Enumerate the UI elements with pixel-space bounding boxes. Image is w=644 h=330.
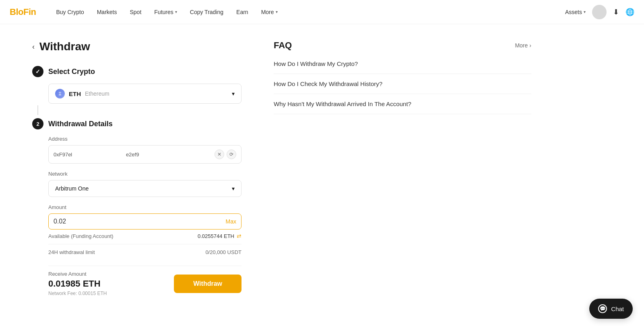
navbar-right: Assets ▾ ⬇ 🌐 [565,5,634,19]
divider [48,244,242,244]
crypto-dropdown-chevron-icon: ▾ [232,90,235,97]
receive-divider [48,266,242,266]
step2-section: 2 Withdrawal Details Address ✕ ⟳ Network [32,118,242,296]
swap-icon: ⇄ [237,233,242,239]
faq-item-2[interactable]: How Do I Check My Withdrawal History? [274,74,531,94]
page-title: Withdraw [39,40,90,53]
more-chevron-icon: ▾ [276,10,278,14]
assets-button[interactable]: Assets ▾ [565,9,586,15]
address-input[interactable] [54,152,211,158]
assets-chevron-icon: ▾ [584,10,586,14]
network-chevron-icon: ▾ [232,185,235,192]
chat-label: Chat [611,305,624,312]
crypto-select-dropdown[interactable]: Ξ ETH Ethereum ▾ [48,84,242,104]
nav-spot[interactable]: Spot [124,6,147,18]
left-panel: ‹ Withdraw ✓ Select Crypto Ξ ETH Ethereu… [32,40,242,296]
back-button[interactable]: ‹ [32,43,35,51]
page-header: ‹ Withdraw [32,40,242,53]
nav-futures[interactable]: Futures ▾ [149,6,182,18]
amount-input[interactable] [54,218,134,225]
receive-and-btn: Receive Amount 0.01985 ETH Network Fee: … [48,271,242,296]
network-value: Arbitrum One [55,185,89,192]
address-label: Address [48,136,242,142]
nav-markets[interactable]: Markets [91,6,123,18]
navbar: BloFin Buy Crypto Markets Spot Futures ▾… [0,0,644,24]
receive-amount: 0.01985 ETH [48,279,107,289]
address-input-wrapper: ✕ ⟳ [48,145,242,164]
step2-badge: 2 [32,118,43,129]
network-label: Network [48,171,242,177]
faq-header: FAQ More › [274,40,531,51]
step2-title: Withdrawal Details [48,120,113,128]
step1-title: Select Crypto [48,68,95,76]
right-panel: FAQ More › How Do I Withdraw My Crypto? … [274,40,531,296]
download-icon[interactable]: ⬇ [613,8,619,16]
nav-copy-trading[interactable]: Copy Trading [184,6,229,18]
chat-button[interactable]: 💬 Chat [589,299,633,312]
brand-logo[interactable]: BloFin [10,7,36,17]
clear-address-button[interactable]: ✕ [215,150,224,159]
amount-label: Amount [48,204,242,210]
futures-chevron-icon: ▾ [175,10,177,14]
network-fee: Network Fee: 0.00015 ETH [48,291,107,296]
step1-badge: ✓ [32,66,43,77]
faq-list: How Do I Withdraw My Crypto? How Do I Ch… [274,60,531,114]
eth-icon: Ξ [55,89,65,98]
max-button[interactable]: Max [226,218,236,225]
step2-header: 2 Withdrawal Details [32,118,242,129]
main-layout: ‹ Withdraw ✓ Select Crypto Ξ ETH Ethereu… [0,24,564,312]
nav-menu: Buy Crypto Markets Spot Futures ▾ Copy T… [50,6,565,18]
available-value: 0.0255744 ETH ⇄ [198,233,242,239]
crypto-symbol: ETH [69,90,81,97]
available-label: Available (Funding Account) [48,233,114,239]
faq-title: FAQ [274,40,292,51]
limit-row: 24H withdrawal limit 0/20,000 USDT [48,246,242,258]
crypto-name: Ethereum [85,90,109,97]
crypto-info: Ξ ETH Ethereum [55,89,109,98]
chat-icon: 💬 [598,304,607,312]
limit-value: 0/20,000 USDT [205,249,242,255]
history-icon[interactable]: ⟳ [227,150,236,159]
nav-earn[interactable]: Earn [231,6,254,18]
nav-more[interactable]: More ▾ [256,6,283,18]
faq-more-chevron-icon: › [529,42,531,49]
available-balance-row: Available (Funding Account) 0.0255744 ET… [48,230,242,242]
amount-group: Amount Max Available (Funding Account) 0… [48,204,242,258]
faq-more-button[interactable]: More › [515,42,531,49]
globe-icon[interactable]: 🌐 [625,8,634,16]
address-actions: ✕ ⟳ [215,150,236,159]
amount-input-wrapper: Max [48,213,242,230]
avatar[interactable] [592,5,607,19]
step1-header: ✓ Select Crypto [32,66,242,77]
address-group: Address ✕ ⟳ [48,136,242,164]
logo-prefix: Blo [10,7,23,17]
limit-label: 24H withdrawal limit [48,249,95,255]
faq-item-3[interactable]: Why Hasn't My Withdrawal Arrived In The … [274,94,531,114]
network-dropdown[interactable]: Arbitrum One ▾ [48,180,242,197]
step-connector [37,105,38,115]
nav-buy-crypto[interactable]: Buy Crypto [50,6,89,18]
receive-section: Receive Amount 0.01985 ETH Network Fee: … [48,271,107,296]
step1-section: ✓ Select Crypto Ξ ETH Ethereum ▾ [32,66,242,104]
logo-suffix: Fin [23,7,36,17]
faq-item-1[interactable]: How Do I Withdraw My Crypto? [274,60,531,74]
withdraw-button[interactable]: Withdraw [174,275,242,293]
network-group: Network Arbitrum One ▾ [48,171,242,197]
checkmark-icon: ✓ [35,68,40,75]
receive-label: Receive Amount [48,271,107,277]
